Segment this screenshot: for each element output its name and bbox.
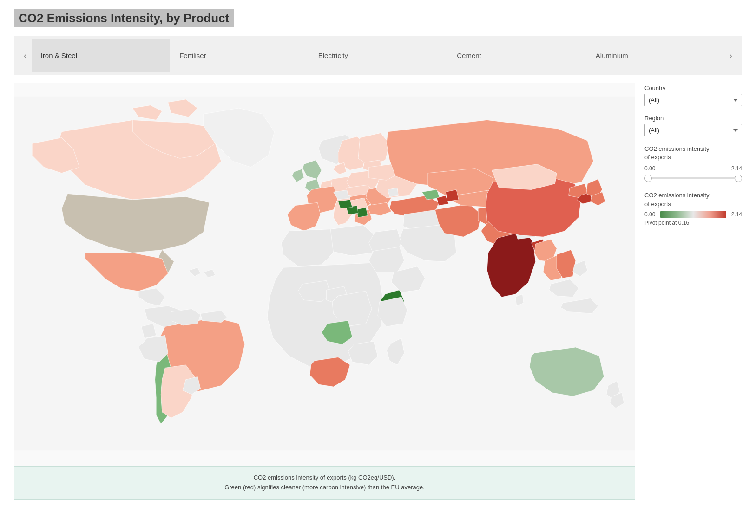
country-filter: Country (All) [644,84,742,106]
range-slider[interactable] [644,174,742,183]
map-footer: CO2 emissions intensity of exports (kg C… [14,466,635,500]
legend-min: 0.00 [644,211,657,218]
tab-iron-steel[interactable]: Iron & Steel [32,39,171,72]
world-map-svg [14,83,635,464]
slider-max: 2.14 [731,165,742,172]
region-select[interactable]: (All) [644,124,742,136]
slider-values: 0.00 2.14 [644,165,742,172]
footer-line2: Green (red) signifies cleaner (more carb… [24,483,625,493]
tabs-container: ‹ Iron & Steel Fertiliser Electricity Ce… [14,36,742,75]
country-label: Country [644,84,742,91]
legend-gradient-bar [660,211,726,218]
slider-min: 0.00 [644,165,655,172]
region-label: Region [644,115,742,122]
legend-title: CO2 emissions intensityof exports [644,191,742,208]
tabs-prev-arrow[interactable]: ‹ [19,36,32,75]
range-handle-left[interactable] [644,175,652,182]
tabs-next-arrow[interactable]: › [724,36,737,75]
tab-fertiliser[interactable]: Fertiliser [170,39,309,72]
tab-cement[interactable]: Cement [447,39,586,72]
intensity-slider-title: CO2 emissions intensityof exports [644,145,742,162]
tab-electricity[interactable]: Electricity [309,39,448,72]
footer-line1: CO2 emissions intensity of exports (kg C… [24,473,625,483]
page-title: CO2 Emissions Intensity, by Product [14,9,234,27]
tab-aluminium[interactable]: Aluminium [586,39,725,72]
main-content: CO2 emissions intensity of exports (kg C… [14,83,742,500]
range-handle-right[interactable] [735,175,742,182]
range-track [644,177,742,179]
sidebar: Country (All) Region (All) CO2 emissions… [644,83,742,500]
legend-max: 2.14 [729,211,742,218]
map-area: CO2 emissions intensity of exports (kg C… [14,83,635,500]
color-legend: CO2 emissions intensityof exports 0.00 2… [644,191,742,226]
tabs-list: Iron & Steel Fertiliser Electricity Ceme… [32,39,725,72]
pivot-text: Pivot point at 0.16 [644,220,742,226]
intensity-slider-section: CO2 emissions intensityof exports 0.00 2… [644,145,742,183]
country-select[interactable]: (All) [644,94,742,106]
map-container[interactable] [14,83,635,466]
legend-bar-row: 0.00 2.14 [644,211,742,218]
region-filter: Region (All) [644,115,742,136]
